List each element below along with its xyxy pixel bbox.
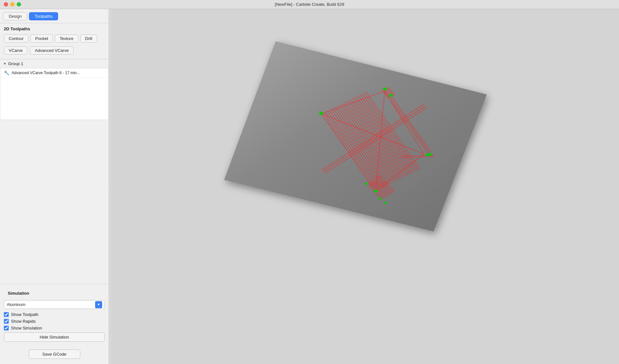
contour-button[interactable]: Contour bbox=[4, 34, 28, 43]
show-rapids-checkbox-row[interactable]: Show Rapids bbox=[4, 319, 105, 324]
traffic-lights[interactable] bbox=[4, 2, 21, 6]
svg-rect-61 bbox=[320, 113, 323, 115]
tab-toolpaths[interactable]: Toolpaths bbox=[29, 12, 58, 20]
vcarve-button[interactable]: VCarve bbox=[4, 46, 27, 54]
vcarve-buttons-row: VCarve Advanced VCarve bbox=[0, 46, 109, 59]
show-toolpath-checkbox-row[interactable]: Show Toolpath bbox=[4, 312, 105, 317]
pocket-button[interactable]: Pocket bbox=[30, 34, 53, 43]
resize-handle[interactable] bbox=[109, 9, 111, 364]
list-item[interactable]: 🔧 Advanced VCarve Toolpath 6 - 17 min... bbox=[0, 68, 108, 78]
tabs-row: Design Toolpaths bbox=[0, 9, 109, 23]
svg-rect-63 bbox=[379, 198, 381, 200]
save-gcode-button[interactable]: Save GCode bbox=[29, 349, 80, 359]
window-title: [NewFile] - Carbide Create, Build 629 bbox=[275, 2, 344, 7]
drill-button[interactable]: Drill bbox=[80, 34, 97, 43]
show-simulation-checkbox-row[interactable]: Show Simulation bbox=[4, 326, 105, 330]
texture-button[interactable]: Texture bbox=[55, 34, 78, 43]
show-toolpath-checkbox[interactable] bbox=[4, 312, 9, 317]
toolpath-list: 🔧 Advanced VCarve Toolpath 6 - 17 min... bbox=[0, 68, 109, 120]
svg-rect-60 bbox=[426, 154, 428, 156]
show-simulation-checkbox[interactable] bbox=[4, 326, 9, 330]
close-button[interactable] bbox=[4, 2, 8, 6]
empty-list-area bbox=[0, 78, 108, 120]
hide-simulation-button[interactable]: Hide Simulation bbox=[4, 332, 105, 342]
sidebar: Design Toolpaths 2D Toolpaths Contour Po… bbox=[0, 9, 109, 364]
minimize-button[interactable] bbox=[10, 2, 15, 6]
svg-rect-58 bbox=[428, 153, 431, 156]
section-2d-toolpaths: 2D Toolpaths bbox=[0, 23, 109, 33]
svg-rect-62 bbox=[365, 183, 368, 185]
toolpath-icon: 🔧 bbox=[4, 70, 9, 76]
simulation-label: Simulation bbox=[4, 288, 105, 298]
toolpath-item-label: Advanced VCarve Toolpath 6 - 17 min... bbox=[12, 71, 80, 75]
tab-design[interactable]: Design bbox=[3, 12, 27, 20]
svg-rect-56 bbox=[383, 88, 387, 90]
svg-rect-59 bbox=[374, 190, 377, 192]
show-rapids-checkbox[interactable] bbox=[4, 319, 9, 324]
material-select[interactable]: AluminumWoodPlasticFoam bbox=[4, 300, 105, 309]
group-section: ▼ Group 1 🔧 Advanced VCarve Toolpath 6 -… bbox=[0, 59, 109, 284]
show-rapids-label: Show Rapids bbox=[11, 319, 36, 324]
show-simulation-label: Show Simulation bbox=[11, 326, 42, 330]
simulation-section: Simulation AluminumWoodPlasticFoam Show … bbox=[0, 284, 109, 344]
group-label: Group 1 bbox=[8, 61, 23, 66]
viewport-svg[interactable] bbox=[111, 9, 619, 364]
group-header[interactable]: ▼ Group 1 bbox=[0, 59, 109, 68]
svg-rect-57 bbox=[389, 94, 392, 97]
main-layout: Design Toolpaths 2D Toolpaths Contour Po… bbox=[0, 9, 619, 364]
maximize-button[interactable] bbox=[17, 2, 21, 6]
advanced-vcarve-button[interactable]: Advanced VCarve bbox=[30, 46, 74, 54]
titlebar: [NewFile] - Carbide Create, Build 629 bbox=[0, 0, 619, 9]
chevron-down-icon: ▼ bbox=[3, 62, 6, 65]
toolpath-buttons-row: Contour Pocket Texture Drill bbox=[0, 33, 109, 46]
material-select-wrap: AluminumWoodPlasticFoam bbox=[4, 300, 105, 309]
canvas-area[interactable] bbox=[111, 9, 619, 364]
svg-rect-64 bbox=[384, 202, 386, 204]
show-toolpath-label: Show Toolpath bbox=[11, 312, 38, 317]
